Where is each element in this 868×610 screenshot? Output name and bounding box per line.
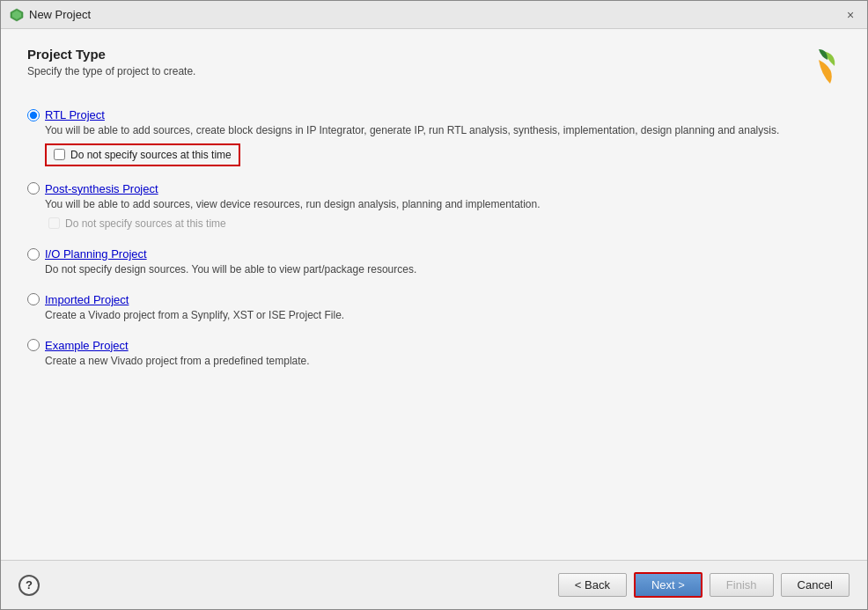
footer-right: < Back Next > Finish Cancel (558, 572, 850, 598)
rtl-checkbox-label[interactable]: Do not specify sources at this time (70, 149, 232, 161)
next-button[interactable]: Next > (634, 572, 702, 598)
post-synthesis-checkbox-row: Do not specify sources at this time (45, 216, 230, 232)
io-planning-radio-row: I/O Planning Project (27, 247, 841, 261)
header-area: Project Type Specify the type of project… (27, 47, 841, 91)
post-synthesis-description: You will be able to add sources, view de… (45, 197, 841, 212)
rtl-radio[interactable] (27, 109, 40, 121)
rtl-no-sources-checkbox[interactable] (54, 149, 65, 160)
post-synthesis-label[interactable]: Post-synthesis Project (45, 182, 158, 195)
titlebar: New Project × (1, 1, 867, 29)
imported-radio-row: Imported Project (27, 293, 841, 306)
imported-description: Create a Vivado project from a Synplify,… (45, 308, 841, 323)
cancel-button[interactable]: Cancel (781, 573, 850, 597)
io-planning-description: Do not specify design sources. You will … (45, 262, 841, 277)
finish-button[interactable]: Finish (710, 573, 774, 597)
option-group-post-synthesis: Post-synthesis Project You will be able … (27, 182, 841, 232)
rtl-radio-row: RTL Project (27, 108, 841, 121)
post-synthesis-no-sources-checkbox[interactable] (48, 217, 60, 229)
header-text: Project Type Specify the type of project… (27, 47, 195, 77)
rtl-checkbox-row: Do not specify sources at this time (45, 143, 240, 166)
imported-label[interactable]: Imported Project (45, 293, 129, 306)
io-planning-label[interactable]: I/O Planning Project (45, 247, 147, 261)
close-button[interactable]: × (842, 7, 858, 23)
page-title: Project Type (27, 47, 195, 62)
example-radio[interactable] (27, 339, 40, 351)
option-group-imported: Imported Project Create a Vivado project… (27, 293, 841, 323)
rtl-description: You will be able to add sources, create … (45, 123, 841, 138)
page-subtitle: Specify the type of project to create. (27, 65, 195, 77)
footer-left: ? (18, 575, 40, 596)
back-button[interactable]: < Back (558, 573, 627, 597)
help-button[interactable]: ? (18, 575, 40, 596)
example-radio-row: Example Project (27, 339, 841, 352)
titlebar-left: New Project (10, 8, 91, 22)
option-group-io-planning: I/O Planning Project Do not specify desi… (27, 247, 841, 277)
vivado-logo (797, 47, 841, 91)
post-synthesis-checkbox-label: Do not specify sources at this time (65, 217, 226, 230)
imported-radio[interactable] (27, 293, 40, 305)
new-project-dialog: New Project × Project Type Specify the t… (0, 0, 868, 610)
example-label[interactable]: Example Project (45, 339, 129, 352)
example-description: Create a new Vivado project from a prede… (45, 354, 841, 369)
rtl-label[interactable]: RTL Project (45, 108, 105, 121)
options-area: RTL Project You will be able to add sour… (27, 108, 841, 542)
project-icon (10, 8, 24, 22)
post-synthesis-radio[interactable] (27, 182, 40, 195)
titlebar-title: New Project (29, 8, 91, 21)
option-group-rtl: RTL Project You will be able to add sour… (27, 108, 841, 166)
option-group-example: Example Project Create a new Vivado proj… (27, 339, 841, 369)
footer: ? < Back Next > Finish Cancel (1, 560, 867, 609)
content-area: Project Type Specify the type of project… (1, 29, 867, 560)
post-synthesis-radio-row: Post-synthesis Project (27, 182, 841, 195)
io-planning-radio[interactable] (27, 248, 40, 261)
